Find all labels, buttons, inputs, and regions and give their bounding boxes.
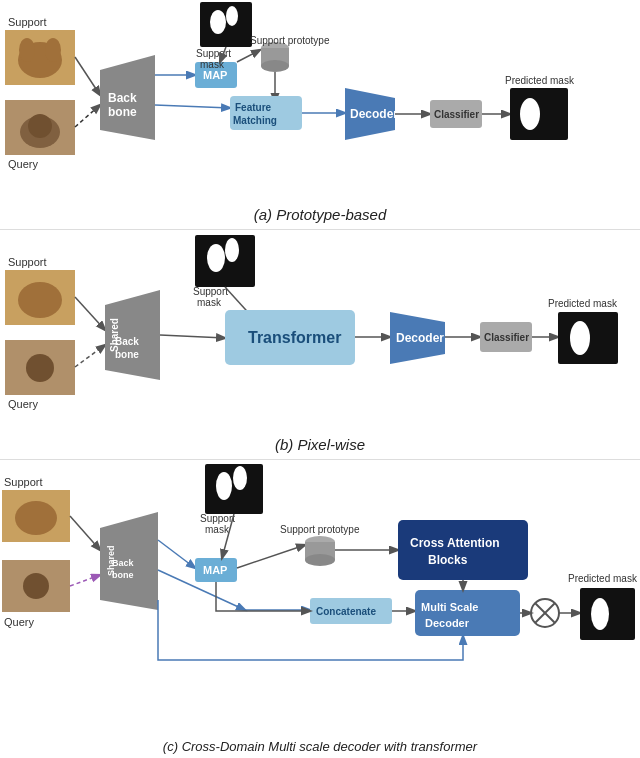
feature-matching-label2: Matching <box>233 115 277 126</box>
label-support-a: Support <box>8 16 47 28</box>
svg-point-18 <box>207 244 225 272</box>
predicted-mask-label-b: Predicted mask <box>548 298 618 309</box>
svg-line-32 <box>237 545 305 568</box>
caption-b: (b) Pixel-wise <box>0 436 640 453</box>
shared-backbone-label3-c: bone <box>112 570 134 580</box>
svg-point-28 <box>216 472 232 500</box>
multi-scale-decoder-label2-c: Decoder <box>425 617 470 629</box>
predicted-mask-label-c: Predicted mask <box>568 573 638 584</box>
diagram-c: Support Query Shared Back bone Support m… <box>0 460 640 758</box>
backbone-label-a2: bone <box>108 105 137 119</box>
map-label-c: MAP <box>203 564 227 576</box>
svg-point-19 <box>225 238 239 262</box>
svg-point-3 <box>210 10 226 34</box>
label-support-c: Support <box>4 476 43 488</box>
section-b: Support Query Shared Back bone Support m… <box>0 230 640 460</box>
feature-matching-label: Feature <box>235 102 272 113</box>
label-query-c: Query <box>4 616 34 628</box>
svg-line-11 <box>155 105 230 108</box>
svg-line-0 <box>75 57 100 95</box>
cross-attention-box-c <box>398 520 528 580</box>
svg-point-9 <box>261 60 289 72</box>
label-query-a: Query <box>8 158 38 170</box>
caption-c: (c) Cross-Domain Multi scale decoder wit… <box>0 739 640 754</box>
decoder-label-b: Decoder <box>396 331 444 345</box>
svg-line-6 <box>237 50 260 62</box>
shared-backbone-label3-b: bone <box>115 349 139 360</box>
svg-line-26 <box>70 516 100 550</box>
support-mask-a <box>200 2 252 47</box>
svg-line-16 <box>75 297 105 330</box>
multi-scale-decoder-box-c <box>415 590 520 636</box>
svg-line-27 <box>70 575 100 586</box>
support-mask-c <box>205 464 263 514</box>
svg-point-35 <box>305 554 335 566</box>
concatenate-label-c: Concatenate <box>316 606 376 617</box>
backbone-label-a: Back <box>108 91 137 105</box>
svg-line-30 <box>158 540 195 568</box>
cross-attention-label2-c: Blocks <box>428 553 468 567</box>
section-a: Support Query Back bone MAP Support mask… <box>0 0 640 230</box>
caption-a: (a) Prototype-based <box>0 206 640 223</box>
svg-point-25 <box>570 321 590 355</box>
svg-line-17 <box>75 345 105 367</box>
classifier-label-b: Classifier <box>484 332 529 343</box>
support-mask-label-a: Support <box>196 48 231 59</box>
support-prototype-label-c: Support prototype <box>280 524 360 535</box>
support-prototype-label-a: Support prototype <box>250 35 330 46</box>
decoder-label-a: Decoder <box>350 107 398 121</box>
label-query-b: Query <box>8 398 38 410</box>
svg-point-29 <box>233 466 247 490</box>
svg-line-21 <box>160 335 225 338</box>
cross-attention-label-c: Cross Attention <box>410 536 500 550</box>
shared-backbone-label2-c: Back <box>112 558 135 568</box>
support-mask-label2-c: mask <box>205 524 230 535</box>
support-mask-b <box>195 235 255 287</box>
svg-point-4 <box>226 6 238 26</box>
diagram-b: Support Query Shared Back bone Support m… <box>0 230 640 460</box>
svg-line-1 <box>75 105 100 127</box>
label-support-b: Support <box>8 256 47 268</box>
shared-backbone-label2-b: Back <box>115 336 139 347</box>
classifier-label-a: Classifier <box>434 109 479 120</box>
map-label-a: MAP <box>203 69 227 81</box>
support-mask-label-c: Support <box>200 513 235 524</box>
support-mask-label2-b: mask <box>197 297 222 308</box>
diagram-a: Support Query Back bone MAP Support mask… <box>0 0 640 230</box>
transformer-label-b: Transformer <box>248 329 341 346</box>
predicted-mask-label-a: Predicted mask <box>505 75 575 86</box>
multi-scale-decoder-label-c: Multi Scale <box>421 601 478 613</box>
section-c: Support Query Shared Back bone Support m… <box>0 460 640 758</box>
svg-point-15 <box>520 98 540 130</box>
support-mask-label-b: Support <box>193 286 228 297</box>
svg-point-45 <box>591 598 609 630</box>
